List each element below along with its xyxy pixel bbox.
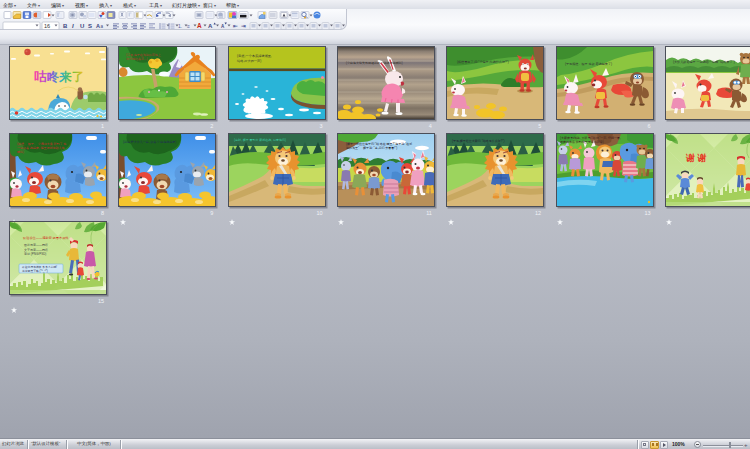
svg-text:(狐狸看见了,问:"小兔子,你跑什么呀?"): (狐狸看见了,问:"小兔子,你跑什么呀?") <box>457 59 509 63</box>
svg-text:一边跟着 跑起来, 嘴里还都使劲儿地: 一边跟着 跑起来, 嘴里还都使劲儿地 <box>17 146 65 150</box>
svg-text:原来是木瓜 掉到湖里发出的声音): 原来是木瓜 掉到湖里发出的声音) <box>560 140 604 144</box>
svg-text:(就这 样大伙儿一起, 跟着小 白兔跑起来): (就这 样大伙儿一起, 跟着小 白兔跑起来) <box>123 140 176 144</box>
svg-text:a: a <box>101 24 104 29</box>
svg-text:⇥: ⇥ <box>241 23 246 29</box>
svg-text:A: A <box>208 23 213 29</box>
svg-text:喊叫): 喊叫) <box>17 150 24 154</box>
svg-text:(这时, 狮子 看到大 家都在跑, 好奇地问): (这时, 狮子 看到大 家都在跑, 好奇地问) <box>234 138 286 142</box>
svg-text:A: A <box>221 24 225 29</box>
svg-text:谢 谢: 谢 谢 <box>685 153 707 163</box>
svg-text:欢迎各位——感谢您 观看本课件: 欢迎各位——感谢您 观看本课件 <box>22 236 69 240</box>
svg-text:≡: ≡ <box>187 23 190 29</box>
svg-text:S: S <box>88 23 92 29</box>
svg-text:咕咚来了: 咕咚来了 <box>34 70 84 84</box>
svg-text:谢谢观赏下载 (*^_^*): 谢谢观赏下载 (*^_^*) <box>22 269 48 273</box>
svg-text:边的湖里" 。狮子说: "走,我们 去看看!"): 边的湖里" 。狮子说: "走,我们 去看看!") <box>346 146 397 150</box>
svg-text:(小白兔大惊失色撒腿就跑,一边跑还边喊叫): (小白兔大惊失色撒腿就跑,一边跑还边喊叫) <box>346 61 403 65</box>
svg-text:B: B <box>63 23 68 29</box>
svg-text:(大伙儿跟着兔子 一边跑着一边喊" 咕咚来了"): (大伙儿跟着兔子 一边跑着一边喊" 咕咚来了") <box>673 60 735 64</box>
svg-text:文字元素——网络: 文字元素——网络 <box>24 248 48 252</box>
svg-text:(忽然,一个木瓜掉进湖里,: (忽然,一个木瓜掉进湖里, <box>237 54 272 58</box>
svg-text:素材 (PNG/PSD): 素材 (PNG/PSD) <box>24 252 46 256</box>
svg-text:16: 16 <box>44 23 50 29</box>
svg-text:⇤: ⇤ <box>233 23 238 29</box>
svg-text:(于是狐狸、猴子 也跟 着跑起来了): (于是狐狸、猴子 也跟 着跑起来了) <box>565 62 612 66</box>
svg-text:1.: 1. <box>178 23 182 29</box>
svg-text:咕咚,好大的一声): 咕咚,好大的一声) <box>237 58 261 62</box>
svg-text:I: I <box>72 23 74 29</box>
svg-text:U: U <box>80 23 84 29</box>
svg-text:图片元素——网络: 图片元素——网络 <box>24 243 48 247</box>
svg-text:(于是,狮子拦住大家问 "咕咚是什么呀?"): (于是,狮子拦住大家问 "咕咚是什么呀?") <box>452 139 504 143</box>
svg-text:A: A <box>96 23 100 29</box>
svg-text:悠闲地吃着草...): 悠闲地吃着草...) <box>125 56 148 60</box>
svg-text:A: A <box>197 22 202 29</box>
